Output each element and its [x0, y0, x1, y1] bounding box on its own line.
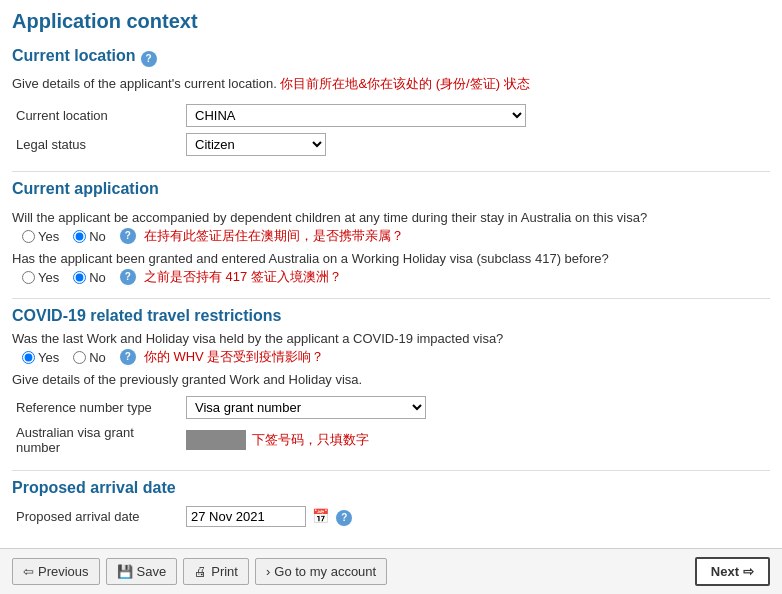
legal-status-select-cell: Citizen Permanent Resident Temporary Vis… — [182, 130, 770, 159]
legal-status-label: Legal status — [12, 130, 182, 159]
legal-status-select[interactable]: Citizen Permanent Resident Temporary Vis… — [186, 133, 326, 156]
location-select-cell: CHINA — [182, 101, 770, 130]
covid-q1-yes-label[interactable]: Yes — [22, 350, 59, 365]
arrival-date-input-cell: 📅 ? — [182, 503, 770, 530]
current-application-title: Current application — [12, 180, 159, 198]
next-icon: ⇨ — [743, 564, 754, 579]
print-button[interactable]: 🖨 Print — [183, 558, 249, 585]
current-location-form: Current location CHINA Legal status Citi… — [12, 101, 770, 159]
proposed-arrival-title: Proposed arrival date — [12, 479, 176, 496]
q2-radio-group: Yes No ? — [22, 269, 136, 285]
calendar-icon[interactable]: 📅 — [312, 508, 329, 524]
visa-number-annotation: 下签号码，只填数字 — [252, 431, 369, 449]
q1-row: Will the applicant be accompanied by dep… — [12, 210, 770, 245]
next-button[interactable]: Next ⇨ — [695, 557, 770, 586]
covid-q1-annotation: 你的 WHV 是否受到疫情影响？ — [144, 348, 325, 366]
q2-annotation: 之前是否持有 417 签证入境澳洲？ — [144, 268, 342, 286]
save-icon: 💾 — [117, 564, 133, 579]
legal-status-row: Legal status Citizen Permanent Resident … — [12, 130, 770, 159]
arrival-date-help-icon[interactable]: ? — [336, 510, 352, 526]
current-location-select[interactable]: CHINA — [186, 104, 526, 127]
proposed-arrival-section: Proposed arrival date Proposed arrival d… — [12, 479, 770, 530]
q2-row: Has the applicant been granted and enter… — [12, 251, 770, 286]
visa-number-masked — [186, 430, 246, 450]
q1-help-icon[interactable]: ? — [120, 228, 136, 244]
visa-number-row: Australian visa grant number 下签号码，只填数字 — [12, 422, 770, 458]
visa-number-wrapper: 下签号码，只填数字 — [186, 430, 766, 450]
ref-type-select-cell: Visa grant number Transaction reference … — [182, 393, 770, 422]
current-application-section: Current application Will the applicant b… — [12, 180, 770, 286]
q2-yes-radio[interactable] — [22, 271, 35, 284]
q2-yes-label[interactable]: Yes — [22, 270, 59, 285]
previous-button[interactable]: ⇦ Previous — [12, 558, 100, 585]
location-row: Current location CHINA — [12, 101, 770, 130]
covid-q1-radio-group: Yes No ? — [22, 349, 136, 365]
covid-q1-text: Was the last Work and Holiday visa held … — [12, 331, 770, 346]
arrival-form: Proposed arrival date 📅 ? — [12, 503, 770, 530]
covid-q1-no-label[interactable]: No — [73, 350, 106, 365]
current-location-section: Current location ? Give details of the a… — [12, 47, 770, 159]
q2-help-icon[interactable]: ? — [120, 269, 136, 285]
q1-no-radio[interactable] — [73, 230, 86, 243]
q1-yes-radio[interactable] — [22, 230, 35, 243]
footer-left-buttons: ⇦ Previous 💾 Save 🖨 Print › Go to my acc… — [12, 558, 387, 585]
covid-q1-row: Was the last Work and Holiday visa held … — [12, 331, 770, 366]
covid-q1-yes-radio[interactable] — [22, 351, 35, 364]
q2-text: Has the applicant been granted and enter… — [12, 251, 770, 266]
goto-button[interactable]: › Go to my account — [255, 558, 387, 585]
q2-no-radio[interactable] — [73, 271, 86, 284]
footer-bar: ⇦ Previous 💾 Save 🖨 Print › Go to my acc… — [0, 548, 782, 594]
location-label: Current location — [12, 101, 182, 130]
arrival-date-row: Proposed arrival date 📅 ? — [12, 503, 770, 530]
arrival-date-label: Proposed arrival date — [12, 503, 182, 530]
current-location-subtitle: Give details of the applicant's current … — [12, 75, 770, 93]
ref-type-label: Reference number type — [12, 393, 182, 422]
covid-q1-no-radio[interactable] — [73, 351, 86, 364]
q1-text: Will the applicant be accompanied by dep… — [12, 210, 770, 225]
print-icon: 🖨 — [194, 564, 207, 579]
save-button[interactable]: 💾 Save — [106, 558, 178, 585]
ref-type-select[interactable]: Visa grant number Transaction reference … — [186, 396, 426, 419]
ref-type-row: Reference number type Visa grant number … — [12, 393, 770, 422]
goto-icon: › — [266, 564, 270, 579]
visa-number-input-cell: 下签号码，只填数字 — [182, 422, 770, 458]
arrival-date-input[interactable] — [186, 506, 306, 527]
covid-section: COVID-19 related travel restrictions Was… — [12, 307, 770, 458]
q1-annotation: 在持有此签证居住在澳期间，是否携带亲属？ — [144, 227, 404, 245]
q1-yes-label[interactable]: Yes — [22, 229, 59, 244]
covid-q1-help-icon[interactable]: ? — [120, 349, 136, 365]
covid-title: COVID-19 related travel restrictions — [12, 307, 281, 324]
q1-no-label[interactable]: No — [73, 229, 106, 244]
covid-form: Reference number type Visa grant number … — [12, 393, 770, 458]
current-location-help-icon[interactable]: ? — [141, 51, 157, 67]
q2-no-label[interactable]: No — [73, 270, 106, 285]
covid-q2-text: Give details of the previously granted W… — [12, 372, 770, 387]
q1-radio-group: Yes No ? — [22, 228, 136, 244]
current-location-title: Current location — [12, 47, 136, 65]
page-title: Application context — [12, 10, 770, 33]
visa-number-label: Australian visa grant number — [12, 422, 182, 458]
previous-icon: ⇦ — [23, 564, 34, 579]
